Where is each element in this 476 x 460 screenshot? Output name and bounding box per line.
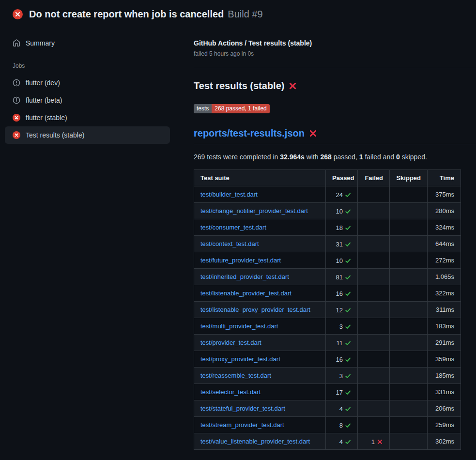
table-row: test/selector_test.dart17331ms	[194, 384, 461, 400]
test-suite-link[interactable]: test/stream_provider_test.dart	[200, 421, 284, 429]
time-cell: 302ms	[428, 433, 461, 450]
test-suite-link[interactable]: test/inherited_provider_test.dart	[200, 273, 289, 280]
test-suite-link[interactable]: test/proxy_provider_test.dart	[200, 355, 280, 363]
skipped-cell	[390, 368, 428, 384]
failed-cell	[358, 302, 390, 318]
cross-mark-icon	[309, 129, 317, 138]
test-suite-cell: test/stream_provider_test.dart	[194, 417, 326, 433]
passed-cell: 18	[326, 219, 358, 236]
time-cell: 259ms	[428, 417, 461, 433]
test-suite-link[interactable]: test/multi_provider_test.dart	[200, 322, 278, 330]
main-content: GitHub Actions / Test results (stable) f…	[194, 24, 476, 450]
failed-cell	[358, 236, 390, 252]
passed-cell: 31	[326, 236, 358, 252]
test-suite-link[interactable]: test/reassemble_test.dart	[200, 372, 271, 379]
skipped-cell	[390, 269, 428, 285]
failed-icon	[13, 131, 20, 139]
failed-cell	[358, 351, 390, 368]
run-status-line: failed 5 hours ago in 0s	[194, 50, 476, 57]
table-row: test/builder_test.dart24375ms	[194, 186, 461, 203]
passed-cell: 12	[326, 302, 358, 318]
table-body: test/builder_test.dart24375mstest/change…	[194, 186, 461, 450]
test-suite-link[interactable]: test/context_test.dart	[200, 240, 259, 247]
test-suite-cell: test/consumer_test.dart	[194, 219, 326, 236]
test-suite-cell: test/context_test.dart	[194, 236, 326, 252]
sidebar-item-flutter-dev[interactable]: flutter (dev)	[5, 74, 170, 92]
test-suite-link[interactable]: test/builder_test.dart	[200, 191, 258, 198]
test-suite-cell: test/inherited_provider_test.dart	[194, 269, 326, 285]
failed-cell	[358, 318, 390, 335]
sidebar-item-label: flutter (dev)	[26, 79, 60, 87]
test-suite-link[interactable]: test/provider_test.dart	[200, 339, 261, 346]
check-run-header: Do not create report when job is cancell…	[0, 0, 476, 24]
tests-badge: tests 268 passed, 1 failed	[194, 104, 270, 113]
failed-cell	[358, 186, 390, 203]
test-suite-cell: test/stateful_provider_test.dart	[194, 400, 326, 417]
table-row: test/stateful_provider_test.dart4206ms	[194, 400, 461, 417]
table-row: test/reassemble_test.dart3185ms	[194, 368, 461, 384]
test-suite-link[interactable]: test/listenable_provider_test.dart	[200, 290, 292, 297]
test-suite-link[interactable]: test/consumer_test.dart	[200, 224, 266, 231]
column-header-test-suite: Test suite	[194, 170, 326, 186]
test-suite-cell: test/listenable_proxy_provider_test.dart	[194, 302, 326, 318]
passed-cell: 17	[326, 384, 358, 400]
table-row: test/provider_test.dart11291ms	[194, 335, 461, 351]
time-cell: 359ms	[428, 351, 461, 368]
skipped-cell	[390, 417, 428, 433]
failed-cell	[358, 400, 390, 417]
column-header-skipped: Skipped	[390, 170, 428, 186]
failed-icon	[13, 114, 20, 122]
sidebar-item-test-results-stable[interactable]: Test results (stable)	[5, 126, 170, 144]
sidebar-item-summary[interactable]: Summary	[5, 34, 170, 52]
time-cell: 1.065s	[428, 269, 461, 285]
passed-cell: 10	[326, 203, 358, 219]
test-suite-link[interactable]: test/future_provider_test.dart	[200, 257, 281, 264]
test-results-table: Test suitePassedFailedSkippedTime test/b…	[194, 169, 461, 450]
test-suite-link[interactable]: test/listenable_proxy_provider_test.dart	[200, 306, 310, 313]
report-link[interactable]: reports/test-results.json	[194, 128, 305, 139]
passed-cell: 8	[326, 417, 358, 433]
passed-cell: 11	[326, 335, 358, 351]
test-suite-link[interactable]: test/stateful_provider_test.dart	[200, 405, 285, 412]
test-suite-cell: test/selector_test.dart	[194, 384, 326, 400]
skipped-cell	[390, 335, 428, 351]
passed-cell: 4	[326, 433, 358, 450]
test-suite-link[interactable]: test/value_listenable_provider_test.dart	[200, 438, 310, 445]
test-suite-cell: test/value_listenable_provider_test.dart	[194, 433, 326, 450]
skipped-cell	[390, 236, 428, 252]
home-icon	[13, 39, 20, 47]
skipped-cell	[390, 285, 428, 302]
passed-cell: 10	[326, 252, 358, 269]
time-cell: 375ms	[428, 186, 461, 203]
passed-cell: 24	[326, 186, 358, 203]
skipped-cell	[390, 219, 428, 236]
skipped-cell	[390, 400, 428, 417]
breadcrumb: GitHub Actions / Test results (stable)	[194, 39, 476, 47]
test-suite-cell: test/listenable_provider_test.dart	[194, 285, 326, 302]
table-row: test/future_provider_test.dart10272ms	[194, 252, 461, 269]
sidebar-item-flutter-beta[interactable]: flutter (beta)	[5, 92, 170, 109]
badge-value: 268 passed, 1 failed	[212, 104, 269, 113]
failed-cell: 1	[358, 433, 390, 450]
time-cell: 206ms	[428, 400, 461, 417]
table-row: test/listenable_provider_test.dart16322m…	[194, 285, 461, 302]
table-row: test/inherited_provider_test.dart811.065…	[194, 269, 461, 285]
time-cell: 185ms	[428, 368, 461, 384]
skipped-cell	[390, 318, 428, 335]
section-title-text: Test results (stable)	[194, 80, 284, 92]
table-row: test/listenable_proxy_provider_test.dart…	[194, 302, 461, 318]
passed-cell: 16	[326, 285, 358, 302]
failed-cell	[358, 384, 390, 400]
table-row: test/multi_provider_test.dart3183ms	[194, 318, 461, 335]
failed-cell	[358, 203, 390, 219]
skipped-cell	[390, 384, 428, 400]
passed-cell: 16	[326, 351, 358, 368]
test-suite-link[interactable]: test/selector_test.dart	[200, 388, 261, 396]
sidebar-item-flutter-stable[interactable]: flutter (stable)	[5, 109, 170, 126]
skipped-cell	[390, 252, 428, 269]
test-suite-cell: test/proxy_provider_test.dart	[194, 351, 326, 368]
failed-cell	[358, 368, 390, 384]
neutral-icon	[13, 96, 20, 104]
test-suite-link[interactable]: test/change_notifier_provider_test.dart	[200, 207, 308, 215]
badge-label: tests	[194, 104, 212, 113]
